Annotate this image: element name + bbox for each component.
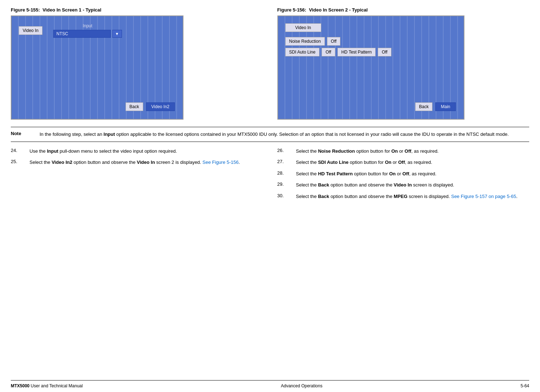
hd-test-pattern-value-btn[interactable]: Off [378, 48, 391, 56]
figures-row: Figure 5-155: Video In Screen 1 - Typica… [11, 7, 529, 120]
step-28-num: 28. [277, 170, 290, 177]
hd-test-pattern-btn[interactable]: HD Test Pattern [337, 48, 376, 56]
step-30-text: Select the Back option button and observ… [296, 193, 518, 200]
video-in2-btn[interactable]: Video In2 [146, 102, 175, 111]
screen-mockup-1: Video In Input NTSC ▼ [11, 15, 183, 120]
step-25-text: Select the Video In2 option button and o… [30, 159, 240, 166]
footer-brand-suffix: User and Technical Manual [30, 383, 83, 388]
note-text: In the following step, select an Input o… [40, 131, 529, 138]
sdi-auto-line-btn[interactable]: SDI Auto Line [285, 48, 319, 56]
footer-page-number: 5-64 [521, 383, 529, 388]
step-29-num: 29. [277, 181, 290, 189]
back-btn-1[interactable]: Back [126, 102, 143, 111]
screen-content-2: Video In Noise Reduction Off SDI Auto Li… [282, 20, 460, 115]
screen1-top: Video In Input NTSC ▼ [15, 20, 179, 38]
steps-section: 24. Use the Input pull-down menu to sele… [11, 148, 529, 204]
figure-1-title: Figure 5-155: Video In Screen 1 - Typica… [11, 7, 263, 13]
figure-2-section: Figure 5-156: Video In Screen 2 - Typica… [277, 7, 530, 120]
step-24: 24. Use the Input pull-down menu to sele… [11, 148, 263, 155]
main-btn[interactable]: Main [435, 102, 455, 111]
screen2-controls: Video In Noise Reduction Off SDI Auto Li… [282, 20, 460, 56]
noise-reduction-btn[interactable]: Noise Reduction [285, 37, 325, 46]
steps-right: 26. Select the Noise Reduction option bu… [277, 148, 530, 204]
video-in-btn-1[interactable]: Video In [19, 26, 42, 35]
footer-brand-text: MTX5000 [11, 383, 30, 388]
note-label: Note [11, 131, 32, 138]
step-24-num: 24. [11, 148, 24, 155]
sdi-hd-row: SDI Auto Line Off HD Test Pattern Off [285, 48, 457, 56]
screen1-bottom-buttons: Back Video In2 [126, 102, 175, 111]
figure-1-section: Figure 5-155: Video In Screen 1 - Typica… [11, 7, 263, 120]
figure-156-link[interactable]: See Figure 5-156 [203, 160, 239, 165]
noise-reduction-row: Noise Reduction Off [285, 37, 457, 46]
step-29: 29. Select the Back option button and ob… [277, 181, 530, 189]
video-in-btn-2[interactable]: Video In [285, 23, 321, 32]
figure-2-title: Figure 5-156: Video In Screen 2 - Typica… [277, 7, 530, 13]
step-26-text: Select the Noise Reduction option button… [296, 148, 439, 155]
step-29-text: Select the Back option button and observ… [296, 181, 454, 189]
figure-2-label: Figure 5-156: [277, 7, 307, 13]
back-btn-2[interactable]: Back [415, 102, 433, 111]
ntsc-dropdown[interactable]: NTSC [53, 30, 111, 38]
noise-reduction-value-btn[interactable]: Off [327, 37, 341, 46]
screen-content-1: Video In Input NTSC ▼ [15, 20, 179, 115]
step-28-text: Select the HD Test Pattern option button… [296, 170, 437, 177]
sdi-auto-line-value-btn[interactable]: Off [322, 48, 335, 56]
step-25: 25. Select the Video In2 option button a… [11, 159, 263, 166]
figure-1-label: Figure 5-155: [11, 7, 40, 13]
steps-left: 24. Use the Input pull-down menu to sele… [11, 148, 263, 204]
step-26: 26. Select the Noise Reduction option bu… [277, 148, 530, 155]
step-27: 27. Select the SDI Auto Line option butt… [277, 159, 530, 166]
step-26-num: 26. [277, 148, 290, 155]
dropdown-arrow-icon[interactable]: ▼ [112, 30, 122, 38]
step-30-num: 30. [277, 193, 290, 200]
step-30: 30. Select the Back option button and ob… [277, 193, 530, 200]
ntsc-value: NTSC [56, 31, 68, 36]
step-28: 28. Select the HD Test Pattern option bu… [277, 170, 530, 177]
input-label-1: Input [53, 23, 122, 28]
figure-157-link[interactable]: See Figure 5-157 on page 5-65 [451, 194, 516, 199]
step-27-num: 27. [277, 159, 290, 166]
step-27-text: Select the SDI Auto Line option button f… [296, 159, 432, 166]
page-footer: MTX5000 User and Technical Manual Advanc… [11, 380, 529, 388]
screen1-input-section: Input NTSC ▼ [53, 23, 122, 38]
screen-mockup-2: Video In Noise Reduction Off SDI Auto Li… [277, 15, 464, 120]
screen2-bottom-buttons: Back Main [415, 102, 456, 111]
step-24-text: Use the Input pull-down menu to select t… [30, 148, 177, 155]
step-25-num: 25. [11, 159, 24, 166]
footer-center-text: Advanced Operations [281, 383, 322, 388]
footer-brand: MTX5000 User and Technical Manual [11, 383, 83, 388]
figure-2-subtitle: Video In Screen 2 - Typical [309, 7, 368, 13]
input-row-1: NTSC ▼ [53, 30, 122, 38]
page-container: Figure 5-155: Video In Screen 1 - Typica… [0, 0, 540, 392]
note-section: Note In the following step, select an In… [11, 127, 529, 142]
figure-1-subtitle: Video In Screen 1 - Typical [42, 7, 101, 13]
